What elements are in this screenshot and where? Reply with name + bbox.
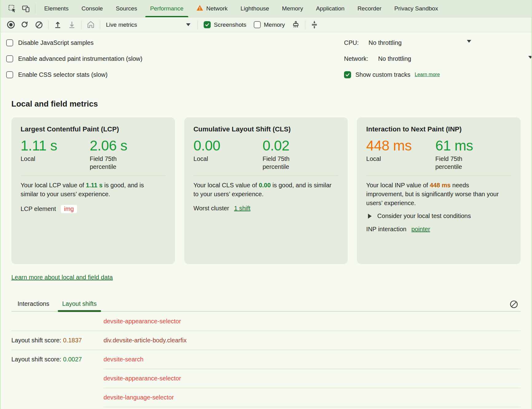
metric-value: 0.00 — [194, 138, 263, 154]
tab-sources[interactable]: Sources — [109, 0, 144, 17]
show-custom-tracks-row: Show custom tracks Learn more — [344, 67, 532, 83]
divider — [305, 21, 305, 29]
download-icon[interactable] — [65, 19, 79, 31]
collapse-icon[interactable] — [307, 19, 322, 31]
tab-network[interactable]: Network — [190, 0, 234, 17]
local-metric: 448 ms Local — [366, 138, 435, 171]
table-row: Layout shift score: 0.1837 div.devsite-a… — [11, 331, 521, 350]
checkbox-unchecked-icon — [6, 71, 13, 78]
show-custom-tracks-checkbox[interactable] — [344, 71, 351, 78]
checkbox-checked-icon — [204, 21, 211, 28]
page-title: Local and field metrics — [11, 99, 531, 109]
home-icon[interactable] — [84, 19, 98, 31]
garbage-collect-icon[interactable] — [289, 19, 303, 31]
tab-interactions[interactable]: Interactions — [18, 296, 49, 311]
metric-value: 448 ms — [366, 138, 435, 154]
metric-description: Your local LCP value of 1.11 s is good, … — [21, 181, 159, 199]
checkbox-unchecked-icon — [6, 39, 13, 46]
log-tabs: Interactions Layout shifts — [11, 296, 521, 312]
metric-value: 61 ms — [435, 138, 511, 154]
expand-triangle-icon — [368, 214, 372, 219]
upload-icon[interactable] — [51, 19, 65, 31]
dropdown-caret-icon — [186, 23, 190, 26]
tab-performance[interactable]: Performance — [144, 0, 190, 17]
inp-interaction-link[interactable]: pointer — [411, 226, 430, 233]
metric-description: Your local CLS value of 0.00 is good, an… — [194, 181, 332, 199]
clear-log-icon[interactable] — [508, 298, 520, 310]
checkbox-unchecked-icon — [6, 55, 13, 62]
live-metrics-log: Interactions Layout shifts devsite-appea… — [11, 296, 521, 409]
performance-settings: Disable JavaScript samples Enable advanc… — [1, 32, 531, 90]
cls-card: Cumulative Layout Shift (CLS) 0.00 Local… — [184, 117, 348, 264]
table-row: devsite-appearance-selector — [11, 312, 521, 331]
tab-console[interactable]: Console — [75, 0, 109, 17]
field-metric: 0.02 Field 75th percentile — [263, 138, 339, 171]
metric-value: 1.11 s — [21, 138, 90, 154]
card-title: Interaction to Next Paint (INP) — [366, 125, 511, 133]
inspect-icon[interactable] — [6, 2, 19, 15]
shifted-element-link[interactable]: devsite-search — [104, 356, 143, 363]
shifted-element-link[interactable]: devsite-appearance-selector — [104, 318, 181, 325]
devtools-performance-panel: Elements Console Sources Performance Net… — [0, 0, 532, 409]
layout-shift-score: 0.0027 — [63, 356, 82, 363]
screenshots-checkbox[interactable]: Screenshots — [204, 21, 246, 28]
local-metric: 0.00 Local — [194, 138, 263, 171]
dropdown-caret-icon — [528, 56, 532, 59]
layout-shift-score: 0.1837 — [63, 337, 82, 344]
divider — [81, 21, 81, 29]
tab-memory[interactable]: Memory — [276, 0, 310, 17]
table-row: devsite-language-selector — [11, 388, 521, 407]
memory-checkbox[interactable]: Memory — [254, 21, 285, 28]
shifted-element-link[interactable]: devsite-appearance-selector — [104, 375, 181, 382]
table-row: devsite-appearance-selector — [11, 369, 521, 388]
reload-icon[interactable] — [18, 19, 32, 31]
table-row: div.devsite-floating-action-buttons — [11, 407, 521, 409]
record-icon[interactable] — [4, 19, 18, 31]
dropdown-caret-icon — [467, 40, 471, 43]
performance-toolbar: Live metrics Screenshots Memory — [1, 18, 531, 32]
checkbox-unchecked-icon — [254, 21, 261, 28]
panel-tabs: Elements Console Sources Performance Net… — [38, 0, 444, 17]
lcp-card: Largest Contentful Paint (LCP) 1.11 s Lo… — [11, 117, 175, 264]
metric-description: Your local INP value of 448 ms needs imp… — [366, 181, 504, 208]
live-metrics-dropdown[interactable]: Live metrics — [106, 21, 195, 28]
lcp-element-link[interactable]: img — [61, 205, 77, 213]
local-metric: 1.11 s Local — [21, 138, 90, 171]
tab-layout-shifts[interactable]: Layout shifts — [62, 296, 96, 311]
field-metric: 2.06 s Field 75th percentile — [90, 138, 166, 171]
card-title: Largest Contentful Paint (LCP) — [21, 125, 166, 133]
divider — [35, 4, 35, 13]
metric-value: 2.06 s — [90, 138, 166, 154]
tab-application[interactable]: Application — [310, 0, 351, 17]
divider — [194, 176, 339, 176]
divider — [48, 21, 49, 29]
tab-privacy-sandbox[interactable]: Privacy Sandbox — [388, 0, 445, 17]
local-test-conditions-expander[interactable]: Consider your local test conditions — [366, 212, 511, 220]
cpu-throttling-select[interactable]: CPU: No throttling — [344, 35, 532, 51]
inp-card: Interaction to Next Paint (INP) 448 ms L… — [357, 117, 521, 264]
shifted-element-link[interactable]: devsite-language-selector — [104, 394, 174, 401]
divider — [198, 21, 198, 29]
tab-lighthouse[interactable]: Lighthouse — [234, 0, 276, 17]
devtools-tabbar: Elements Console Sources Performance Net… — [1, 0, 531, 18]
learn-more-link[interactable]: Learn more — [415, 72, 440, 77]
worst-cluster-link[interactable]: 1 shift — [234, 205, 250, 212]
tab-recorder[interactable]: Recorder — [351, 0, 388, 17]
tab-elements[interactable]: Elements — [38, 0, 75, 17]
divider — [366, 176, 511, 176]
card-title: Cumulative Layout Shift (CLS) — [194, 125, 339, 133]
device-toolbar-icon[interactable] — [19, 2, 33, 15]
warning-icon — [196, 5, 203, 13]
throttling-settings: CPU: No throttling Network: No throttlin… — [344, 35, 532, 83]
divider — [21, 176, 166, 176]
field-metric: 61 ms Field 75th percentile — [435, 138, 511, 171]
shifted-element-link[interactable]: div.devsite-article-body.clearfix — [104, 337, 186, 344]
clear-icon[interactable] — [32, 19, 46, 31]
table-row: Layout shift score: 0.0027 devsite-searc… — [11, 350, 521, 369]
metric-value: 0.02 — [263, 138, 339, 154]
network-throttling-select[interactable]: Network: No throttling — [344, 51, 532, 67]
metric-cards: Largest Contentful Paint (LCP) 1.11 s Lo… — [11, 117, 521, 264]
learn-more-field-data-link[interactable]: Learn more about local and field data — [11, 274, 113, 281]
divider — [100, 21, 100, 29]
